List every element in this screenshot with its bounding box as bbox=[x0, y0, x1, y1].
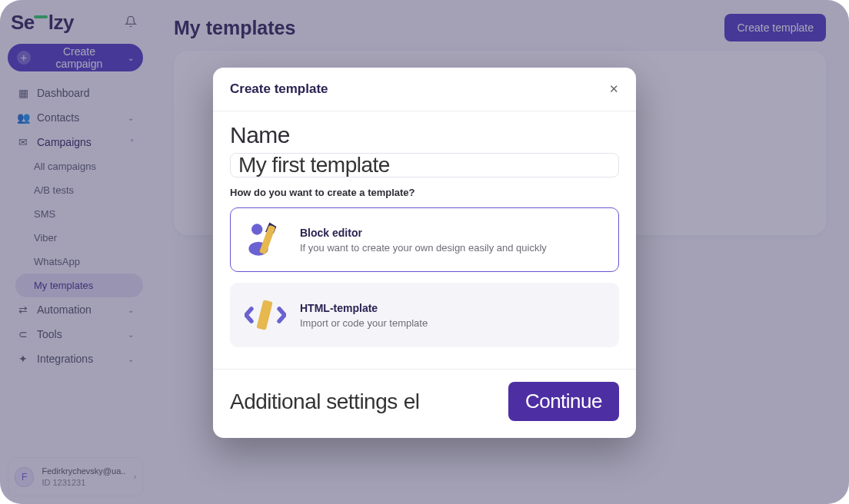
option-desc: If you want to create your own design ea… bbox=[300, 242, 547, 254]
name-input[interactable] bbox=[230, 153, 619, 177]
option-title: Block editor bbox=[300, 227, 547, 239]
option-title: HTML-template bbox=[300, 302, 428, 314]
modal-header: Create template ✕ bbox=[213, 68, 636, 111]
svg-point-0 bbox=[251, 224, 262, 234]
option-block-editor[interactable]: Block editor If you want to create your … bbox=[230, 207, 619, 272]
continue-button[interactable]: Continue bbox=[508, 382, 619, 421]
option-text: Block editor If you want to create your … bbox=[300, 227, 547, 254]
additional-suffix: el bbox=[404, 390, 420, 413]
html-template-icon bbox=[245, 296, 286, 334]
option-text: HTML-template Import or code your templa… bbox=[300, 302, 428, 329]
block-editor-icon bbox=[245, 220, 286, 259]
how-question: How do you want to create a template? bbox=[230, 187, 619, 198]
modal-body: Name How do you want to create a templat… bbox=[213, 111, 636, 361]
modal-title: Create template bbox=[230, 81, 328, 97]
svg-rect-3 bbox=[256, 300, 272, 330]
close-icon[interactable]: ✕ bbox=[609, 82, 619, 96]
name-label: Name bbox=[230, 122, 619, 148]
modal-footer: Additional settingsel Continue bbox=[213, 369, 636, 438]
additional-label: Additional settings bbox=[230, 390, 398, 413]
create-template-modal: Create template ✕ Name How do you want t… bbox=[213, 68, 636, 438]
option-html-template[interactable]: HTML-template Import or code your templa… bbox=[230, 283, 619, 347]
option-desc: Import or code your template bbox=[300, 317, 428, 329]
additional-settings[interactable]: Additional settingsel bbox=[230, 390, 420, 414]
modal-wrap: Create template ✕ Name How do you want t… bbox=[0, 0, 849, 504]
